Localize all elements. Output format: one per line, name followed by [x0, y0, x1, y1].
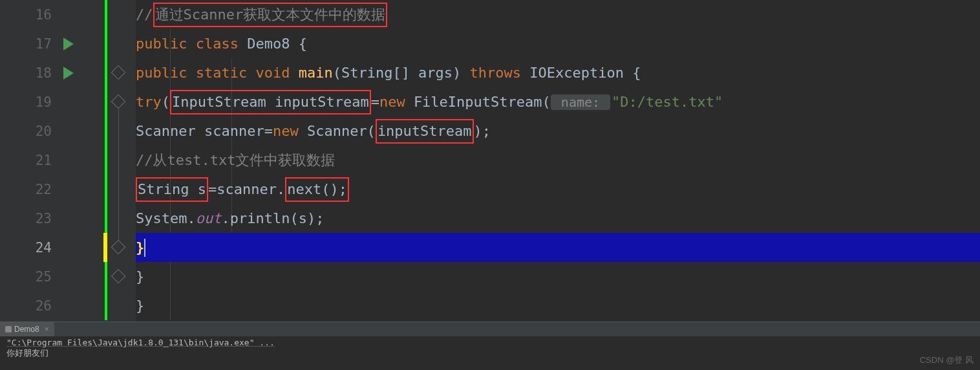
code-line[interactable]: //从test.txt文件中获取数据 [136, 146, 980, 175]
code-line[interactable]: } [136, 291, 980, 320]
code-line-current[interactable]: } [136, 233, 980, 262]
code-text: class [187, 36, 247, 52]
code-text: Demo8 { [247, 36, 307, 52]
code-text: public [136, 65, 187, 81]
gutter-row[interactable]: 26 [0, 291, 136, 320]
parameter-hint: name: [551, 94, 610, 110]
code-text: ( [162, 94, 170, 110]
fold-icon[interactable] [111, 240, 126, 255]
line-number: 20 [13, 124, 58, 139]
code-text: Scanner scanner= [136, 123, 273, 139]
gutter-row[interactable]: 24 [0, 233, 136, 262]
code-text: 通过Scanner获取文本文件中的数据 [155, 5, 386, 25]
gutter-row[interactable]: 16 [0, 0, 136, 29]
code-text: } [136, 298, 144, 314]
code-text: FileInputStream( [414, 94, 551, 110]
code-text: out [196, 210, 222, 226]
gutter-row[interactable]: 21 [0, 146, 136, 175]
line-number: 26 [13, 298, 58, 314]
code-text: } [136, 268, 144, 285]
console-exec-line: "C:\Program Files\Java\jdk1.8.0_131\bin\… [6, 338, 974, 347]
code-text: "D:/test.txt" [612, 94, 723, 110]
code-text: new [273, 123, 307, 139]
gutter-row[interactable]: 23 [0, 204, 136, 233]
line-number: 24 [13, 240, 58, 256]
fold-icon[interactable] [111, 94, 126, 109]
code-text: new [379, 94, 414, 110]
line-number: 23 [13, 211, 58, 226]
watermark: CSDN @登 风 [920, 354, 974, 366]
run-gutter-icon[interactable] [63, 38, 74, 50]
code-line[interactable]: try(InputStream inputStream=new FileInpu… [136, 87, 980, 116]
code-text: (String[] args) [333, 65, 470, 81]
run-tabs: Demo8 × [0, 322, 980, 336]
console-stdout-line: 你好朋友们 [6, 347, 974, 359]
gutter: 16 17 18 19 20 [0, 0, 136, 321]
code-line[interactable]: Scanner scanner=new Scanner(inputStream)… [136, 116, 980, 146]
run-panel: Demo8 × "C:\Program Files\Java\jdk1.8.0_… [0, 321, 980, 370]
code-text: try [136, 94, 162, 110]
fold-icon[interactable] [111, 269, 126, 284]
code-text: InputStream inputStream [172, 94, 369, 110]
code-text: ); [474, 123, 491, 139]
code-line[interactable]: public static void main(String[] args) t… [136, 58, 980, 87]
code-text: System. [136, 210, 196, 226]
code-text: //从test.txt文件中获取数据 [136, 151, 335, 170]
code-text: public [136, 36, 187, 52]
code-text: = [371, 94, 379, 110]
code-text: IOException { [521, 65, 641, 81]
code-text: .println(s); [221, 210, 324, 226]
code-line[interactable]: //通过Scanner获取文本文件中的数据 [136, 0, 980, 29]
code-text: =scanner. [208, 181, 285, 197]
gutter-row[interactable]: 18 [0, 58, 136, 87]
code-line[interactable]: public class Demo8 { [136, 29, 980, 58]
line-number: 19 [13, 94, 58, 110]
code-text: void [255, 65, 298, 81]
code-text: throws [470, 65, 521, 81]
fold-icon[interactable] [111, 65, 126, 80]
line-number: 21 [13, 153, 58, 168]
close-icon[interactable]: × [45, 325, 49, 334]
code-text: Scanner( [307, 123, 376, 139]
caret-icon [144, 239, 145, 257]
run-config-icon [5, 326, 12, 332]
code-text: // [136, 6, 153, 23]
highlight-box: InputStream inputStream [170, 90, 371, 114]
line-number: 22 [13, 182, 58, 197]
line-number: 18 [13, 65, 58, 81]
code-text: main [299, 65, 333, 81]
run-tab-label: Demo8 [14, 325, 39, 334]
line-number: 25 [13, 269, 58, 285]
editor-area: 16 17 18 19 20 [0, 0, 980, 321]
code-area[interactable]: //通过Scanner获取文本文件中的数据 public class Demo8… [136, 0, 980, 321]
gutter-row[interactable]: 19 [0, 87, 136, 116]
gutter-row[interactable]: 17 [0, 29, 136, 58]
highlight-box: next(); [285, 177, 349, 202]
console-output[interactable]: "C:\Program Files\Java\jdk1.8.0_131\bin\… [0, 336, 980, 370]
code-text: next(); [287, 181, 347, 197]
highlight-box: String s [136, 177, 208, 202]
gutter-row[interactable]: 20 [0, 116, 136, 146]
code-text: inputStream [378, 123, 472, 139]
line-number: 17 [13, 36, 58, 52]
run-tab[interactable]: Demo8 × [0, 322, 54, 336]
line-number: 16 [13, 7, 58, 23]
gutter-row[interactable]: 22 [0, 175, 136, 204]
highlight-box: inputStream [376, 119, 474, 144]
code-text: String s [138, 181, 206, 197]
code-line[interactable]: } [136, 262, 980, 291]
gutter-row[interactable]: 25 [0, 262, 136, 291]
run-gutter-icon[interactable] [63, 67, 74, 80]
code-line[interactable]: System.out.println(s); [136, 204, 980, 233]
code-text: } [136, 239, 144, 256]
highlight-box: 通过Scanner获取文本文件中的数据 [153, 3, 388, 27]
code-line[interactable]: String s=scanner.next(); [136, 175, 980, 204]
code-text: static [187, 65, 255, 81]
